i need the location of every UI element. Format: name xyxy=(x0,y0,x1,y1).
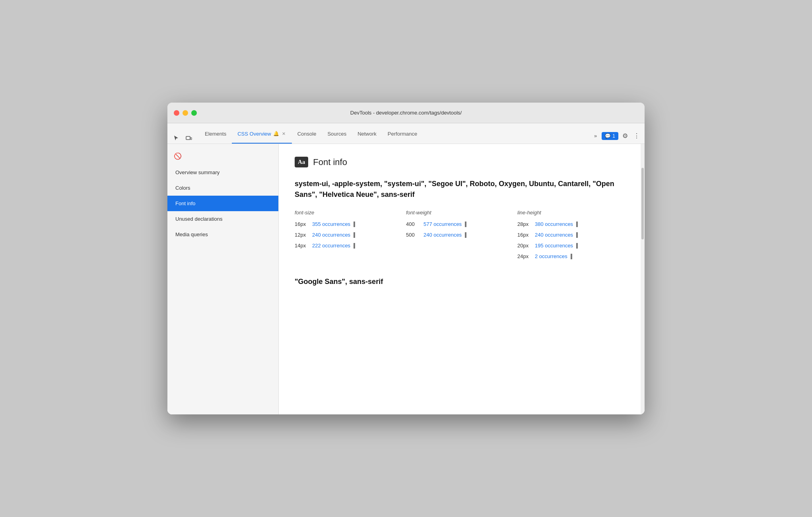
line-height-value-1: 28px xyxy=(517,221,532,227)
font-size-value-3: 14px xyxy=(295,243,309,249)
bar-indicator-lh1[interactable] xyxy=(576,222,578,227)
no-entry-icon[interactable]: 🚫 xyxy=(172,150,183,161)
font-size-occ-link-1[interactable]: 355 occurrences xyxy=(312,221,350,227)
bar-indicator-fs1[interactable] xyxy=(354,222,355,227)
font-weight-value-1: 400 xyxy=(406,221,420,227)
minimize-button[interactable] xyxy=(183,110,188,116)
sidebar-item-colors[interactable]: Colors xyxy=(167,180,278,196)
tab-console[interactable]: Console xyxy=(292,124,322,144)
font-weight-cell-1: 400 577 occurrences xyxy=(406,221,517,227)
scrollbar-track[interactable] xyxy=(641,144,645,414)
line-height-occ-link-2[interactable]: 240 occurrences xyxy=(535,232,573,238)
line-height-cell-1: 28px 380 occurrences xyxy=(517,221,629,227)
section-header: Aa Font info xyxy=(295,157,629,167)
title-bar: DevTools - developer.chrome.com/tags/dev… xyxy=(167,103,645,123)
line-height-occ-link-3[interactable]: 195 occurrences xyxy=(535,243,573,249)
font-size-cell-2: 12px 240 occurrences xyxy=(295,232,406,238)
bar-indicator-fw1[interactable] xyxy=(465,222,466,227)
sidebar: 🚫 Overview summary Colors Font info Unus… xyxy=(167,144,279,414)
sidebar-top: 🚫 xyxy=(167,147,278,165)
warning-icon: 🔔 xyxy=(273,131,279,136)
font-weight-cell-2: 500 240 occurrences xyxy=(406,232,517,238)
line-height-value-3: 20px xyxy=(517,243,532,249)
font-weight-occ-link-2[interactable]: 240 occurrences xyxy=(423,232,462,238)
traffic-lights xyxy=(174,110,197,116)
aa-icon: Aa xyxy=(295,157,308,167)
tab-close-icon[interactable]: ✕ xyxy=(281,130,286,137)
line-height-occ-link-4[interactable]: 2 occurrences xyxy=(535,253,567,259)
font-size-cell-3: 14px 222 occurrences xyxy=(295,243,406,249)
tab-css-overview[interactable]: CSS Overview 🔔 ✕ xyxy=(232,124,292,144)
bar-indicator-lh4[interactable] xyxy=(571,254,572,259)
tab-sources[interactable]: Sources xyxy=(322,124,352,144)
window-title: DevTools - developer.chrome.com/tags/dev… xyxy=(350,110,462,116)
tab-performance[interactable]: Performance xyxy=(382,124,423,144)
more-tabs-button[interactable]: » xyxy=(592,131,599,140)
col-header-font-weight: font-weight xyxy=(406,210,517,216)
font-size-occ-link-2[interactable]: 240 occurrences xyxy=(312,232,350,238)
line-height-cell-3: 20px 195 occurrences xyxy=(517,243,629,249)
device-toggle-icon[interactable] xyxy=(183,132,194,144)
font-row-3: 14px 222 occurrences 20px 195 occurrence… xyxy=(295,240,629,251)
font-size-cell-1: 16px 355 occurrences xyxy=(295,221,406,227)
col-header-font-size: font-size xyxy=(295,210,406,216)
sidebar-item-unused-declarations[interactable]: Unused declarations xyxy=(167,211,278,227)
bar-indicator-fs3[interactable] xyxy=(354,243,355,249)
font-table-header: font-size font-weight line-height xyxy=(295,210,629,216)
sidebar-item-media-queries[interactable]: Media queries xyxy=(167,227,278,242)
chat-icon: 💬 xyxy=(605,133,611,139)
scrollbar-thumb[interactable] xyxy=(641,168,644,239)
line-height-value-2: 16px xyxy=(517,232,532,238)
chat-badge[interactable]: 💬 1 xyxy=(602,132,618,140)
font-row-2: 12px 240 occurrences 500 240 occurrences… xyxy=(295,229,629,240)
tab-bar-tools xyxy=(171,132,194,144)
close-button[interactable] xyxy=(174,110,179,116)
font-size-value-1: 16px xyxy=(295,221,309,227)
tab-bar: Elements CSS Overview 🔔 ✕ Console Source… xyxy=(167,123,645,144)
sidebar-item-overview-summary[interactable]: Overview summary xyxy=(167,165,278,180)
font-row-1: 16px 355 occurrences 400 577 occurrences… xyxy=(295,219,629,229)
content-area: Aa Font info system-ui, -apple-system, "… xyxy=(279,144,645,299)
line-height-cell-4: 24px 2 occurrences xyxy=(517,253,629,259)
font-family-name-2: "Google Sans", sans-serif xyxy=(295,278,629,286)
content-wrapper: Aa Font info system-ui, -apple-system, "… xyxy=(279,144,645,414)
tab-network[interactable]: Network xyxy=(352,124,382,144)
font-weight-value-2: 500 xyxy=(406,232,420,238)
font-family-block-1: system-ui, -apple-system, "system-ui", "… xyxy=(295,179,629,262)
font-weight-occ-link-1[interactable]: 577 occurrences xyxy=(423,221,462,227)
sidebar-item-font-info[interactable]: Font info xyxy=(167,196,278,211)
cursor-icon[interactable] xyxy=(171,132,182,144)
line-height-cell-2: 16px 240 occurrences xyxy=(517,232,629,238)
font-size-value-2: 12px xyxy=(295,232,309,238)
bar-indicator-fw2[interactable] xyxy=(465,232,466,238)
bar-indicator-fs2[interactable] xyxy=(354,232,355,238)
font-row-4: 24px 2 occurrences xyxy=(295,251,629,262)
bar-indicator-lh3[interactable] xyxy=(576,243,578,249)
font-family-name-1: system-ui, -apple-system, "system-ui", "… xyxy=(295,179,629,200)
bar-indicator-lh2[interactable] xyxy=(576,232,578,238)
tabs-right-controls: » 💬 1 ⚙ ⋮ xyxy=(592,130,641,144)
line-height-value-4: 24px xyxy=(517,253,532,259)
svg-rect-0 xyxy=(186,136,190,140)
devtools-window: DevTools - developer.chrome.com/tags/dev… xyxy=(167,103,645,414)
tab-elements[interactable]: Elements xyxy=(199,124,232,144)
main-area: 🚫 Overview summary Colors Font info Unus… xyxy=(167,144,645,414)
more-options-icon[interactable]: ⋮ xyxy=(632,130,641,141)
line-height-occ-link-1[interactable]: 380 occurrences xyxy=(535,221,573,227)
maximize-button[interactable] xyxy=(191,110,197,116)
tabs-list: Elements CSS Overview 🔔 ✕ Console Source… xyxy=(199,124,592,144)
settings-icon[interactable]: ⚙ xyxy=(621,130,629,141)
col-header-line-height: line-height xyxy=(517,210,629,216)
font-family-block-2: "Google Sans", sans-serif xyxy=(295,278,629,286)
font-size-occ-link-3[interactable]: 222 occurrences xyxy=(312,243,350,249)
section-title: Font info xyxy=(313,157,347,167)
svg-rect-1 xyxy=(190,138,192,140)
